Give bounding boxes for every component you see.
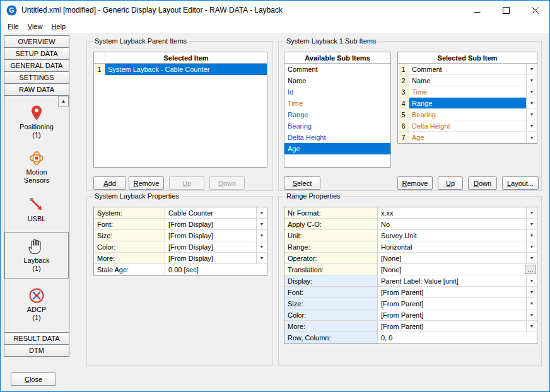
property-label: More:	[284, 321, 378, 331]
combo-dropdown-button[interactable]	[526, 64, 537, 74]
property-value[interactable]: 0.00 [sec]	[165, 264, 267, 275]
parent-item-label[interactable]: System Layback - Cable Counter	[105, 64, 267, 75]
combo-dropdown-button[interactable]	[526, 321, 537, 331]
layout-button[interactable]: Layout...	[502, 176, 539, 190]
available-item[interactable]: Range	[284, 109, 390, 120]
property-value[interactable]: 0, 0	[378, 332, 537, 343]
property-value[interactable]: [From Display]	[165, 230, 256, 241]
available-item[interactable]: Time	[284, 98, 390, 109]
selected-sub-item-row[interactable]: 5 Bearing	[398, 109, 537, 120]
combo-dropdown-button[interactable]	[256, 253, 267, 263]
sidebar-item-setup-data[interactable]: SETUP DATA	[4, 47, 69, 60]
property-value[interactable]: No	[378, 219, 526, 229]
titlebar: G Untitled.xml [modified] - Generic Disp…	[1, 1, 549, 20]
combo-dropdown-button[interactable]	[526, 309, 537, 320]
sidebar-item-raw-data[interactable]: RAW DATA	[4, 83, 69, 96]
close-window-button[interactable]	[520, 1, 549, 20]
property-label: System:	[94, 207, 165, 218]
device-motion-sensors[interactable]: Motion Sensors	[4, 149, 69, 185]
maximize-button[interactable]	[491, 1, 520, 20]
combo-dropdown-button[interactable]	[526, 219, 537, 229]
combo-dropdown-button[interactable]	[526, 253, 537, 263]
up-sub-button[interactable]: Up	[438, 176, 463, 190]
property-value[interactable]: [From Display]	[165, 219, 256, 229]
property-row-color: Color: [From Display]	[94, 241, 267, 253]
combo-dropdown-button[interactable]	[526, 120, 537, 131]
available-item[interactable]: Name	[284, 75, 390, 86]
sidebar-item-dtm[interactable]: DTM	[4, 344, 69, 357]
device-positioning[interactable]: Positioning (1)	[4, 104, 69, 139]
property-value[interactable]: [None]	[378, 264, 524, 275]
range-properties-table: Nr Format: x.xx Apply C-O: No Unit: Surv…	[284, 207, 537, 344]
app-window: G Untitled.xml [modified] - Generic Disp…	[0, 0, 550, 392]
combo-dropdown-button[interactable]	[526, 132, 537, 143]
menu-help[interactable]: Help	[47, 21, 70, 32]
sidebar-item-overview[interactable]: OVERVIEW	[4, 35, 69, 48]
scroll-up-button[interactable]	[58, 96, 69, 107]
property-value[interactable]: [From Display]	[165, 241, 256, 252]
combo-dropdown-button[interactable]	[256, 230, 267, 241]
property-value[interactable]: Cable Counter	[165, 207, 256, 218]
property-row-translation: Translation: [None] ...	[284, 264, 537, 275]
selected-sub-item-row[interactable]: 1 Comment	[398, 64, 537, 75]
parent-item-row[interactable]: 1 System Layback - Cable Counter	[94, 64, 267, 75]
translation-ellipsis-button[interactable]: ...	[525, 265, 536, 274]
combo-dropdown-button[interactable]	[256, 207, 267, 218]
down-sub-button[interactable]: Down	[468, 176, 497, 190]
sidebar-item-result-data[interactable]: RESULT DATA	[4, 332, 69, 345]
minimize-button[interactable]	[462, 1, 491, 20]
property-value[interactable]: [From Parent]	[378, 287, 526, 297]
property-value[interactable]: [From Parent]	[378, 298, 526, 309]
device-adcp[interactable]: ADCP (1)	[4, 287, 69, 322]
close-button[interactable]: Close	[11, 372, 56, 386]
close-icon	[532, 7, 539, 14]
selected-sub-item-row[interactable]: 6 Delta Height	[398, 120, 537, 132]
property-label: Translation:	[284, 264, 378, 275]
select-button[interactable]: Select	[284, 176, 320, 190]
selected-sub-item-row[interactable]: 7 Age	[398, 132, 537, 143]
adcp-icon	[28, 287, 45, 304]
property-value[interactable]: Horizontal	[378, 241, 526, 252]
add-button[interactable]: Add	[93, 176, 126, 190]
selected-sub-item-row[interactable]: 2 Name	[398, 75, 537, 86]
combo-dropdown-button[interactable]	[526, 98, 537, 108]
property-value[interactable]: x.xx	[378, 207, 526, 218]
combo-dropdown-button[interactable]	[526, 241, 537, 252]
available-item[interactable]: Id	[284, 86, 390, 98]
selected-sub-item-row[interactable]: 3 Time	[398, 86, 537, 98]
available-item[interactable]: Delta Height	[284, 132, 390, 143]
combo-dropdown-button[interactable]	[526, 230, 537, 241]
property-label: Stale Age:	[94, 264, 165, 275]
available-item[interactable]: Age	[284, 143, 390, 154]
property-row-more: More: [From Display]	[94, 253, 267, 264]
remove-sub-button[interactable]: Remove	[397, 176, 433, 190]
property-row-operator: Operator: [None]	[284, 253, 537, 264]
selected-sub-item-row[interactable]: 4 Range	[398, 98, 537, 109]
up-button[interactable]: Up	[169, 176, 204, 190]
sidebar-item-general-data[interactable]: GENERAL DATA	[4, 59, 69, 72]
combo-dropdown-button[interactable]	[256, 241, 267, 252]
combo-dropdown-button[interactable]	[526, 287, 537, 297]
available-item[interactable]: Bearing	[284, 120, 390, 132]
property-value[interactable]: [None]	[378, 253, 526, 263]
property-value[interactable]: [From Parent]	[378, 321, 526, 331]
combo-dropdown-button[interactable]	[526, 86, 537, 97]
property-value[interactable]: [From Display]	[165, 253, 256, 263]
property-value[interactable]: Survey Unit	[378, 230, 526, 241]
device-layback[interactable]: Layback (1)	[4, 232, 69, 279]
property-value[interactable]: Parent Label: Value [unit]	[378, 275, 526, 286]
combo-dropdown-button[interactable]	[526, 275, 537, 286]
combo-dropdown-button[interactable]	[526, 207, 537, 218]
combo-dropdown-button[interactable]	[256, 219, 267, 229]
combo-dropdown-button[interactable]	[526, 298, 537, 309]
menu-file[interactable]: File	[3, 21, 23, 32]
combo-dropdown-button[interactable]	[526, 109, 537, 120]
remove-button[interactable]: Remove	[129, 176, 164, 190]
down-button[interactable]: Down	[209, 176, 245, 190]
combo-dropdown-button[interactable]	[526, 75, 537, 86]
menu-view[interactable]: View	[23, 21, 47, 32]
sidebar-item-settings[interactable]: SETTINGS	[4, 71, 69, 84]
property-value[interactable]: [From Parent]	[378, 309, 526, 320]
available-item[interactable]: Comment	[284, 64, 390, 75]
device-usbl[interactable]: USBL	[4, 196, 69, 223]
